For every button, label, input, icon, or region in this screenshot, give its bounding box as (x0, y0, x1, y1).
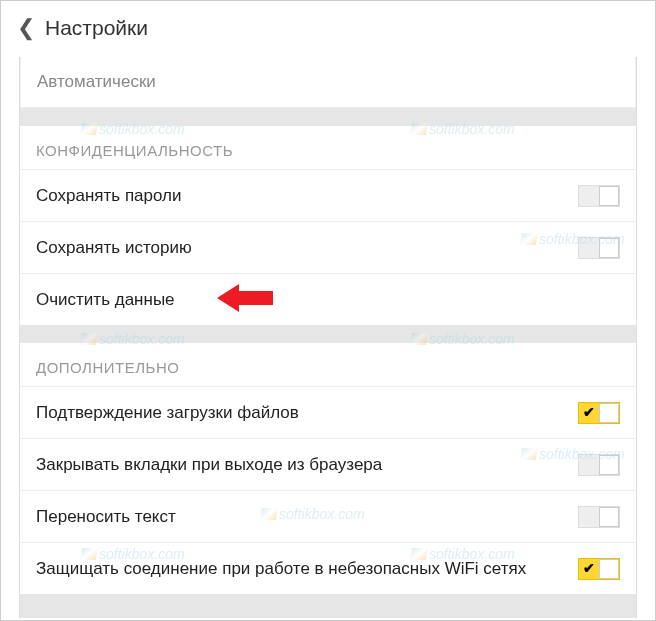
row-label: Очистить данные (36, 289, 620, 311)
section-privacy: КОНФИДЕНЦИАЛЬНОСТЬ Сохранять пароли Сохр… (20, 126, 636, 325)
toggle-handle (599, 559, 619, 579)
toggle-save-history[interactable] (578, 237, 620, 259)
toggle-handle (599, 186, 619, 206)
auto-label: Автоматически (37, 71, 619, 93)
row-label: Сохранять историю (36, 237, 578, 259)
row-label: Закрывать вкладки при выходе из браузера (36, 454, 578, 476)
settings-screen: ❮ Настройки Автоматически КОНФИДЕНЦИАЛЬН… (0, 0, 656, 621)
row-label: Подтверждение загрузки файлов (36, 402, 578, 424)
toggle-download-confirm[interactable] (578, 402, 620, 424)
toggle-handle (599, 238, 619, 258)
section-header-advanced: ДОПОЛНИТЕЛЬНО (20, 343, 636, 386)
row-clear-data[interactable]: Очистить данные (20, 273, 636, 325)
row-close-tabs[interactable]: Закрывать вкладки при выходе из браузера (20, 438, 636, 490)
content-area: Автоматически КОНФИДЕНЦИАЛЬНОСТЬ Сохраня… (1, 55, 655, 618)
toggle-close-tabs[interactable] (578, 454, 620, 476)
row-label: Сохранять пароли (36, 185, 578, 207)
section-header-privacy: КОНФИДЕНЦИАЛЬНОСТЬ (20, 126, 636, 169)
row-download-confirm[interactable]: Подтверждение загрузки файлов (20, 386, 636, 438)
page-title: Настройки (45, 16, 148, 40)
toggle-handle (599, 403, 619, 423)
row-wrap-text[interactable]: Переносить текст (20, 490, 636, 542)
auto-row[interactable]: Автоматически (20, 57, 636, 108)
row-save-passwords[interactable]: Сохранять пароли (20, 169, 636, 221)
section-advanced: ДОПОЛНИТЕЛЬНО Подтверждение загрузки фай… (20, 343, 636, 594)
scroll-container[interactable]: Автоматически КОНФИДЕНЦИАЛЬНОСТЬ Сохраня… (19, 57, 637, 618)
toggle-save-passwords[interactable] (578, 185, 620, 207)
row-label: Переносить текст (36, 506, 578, 528)
row-label: Защищать соединение при работе в небезоп… (36, 558, 578, 580)
toggle-handle (599, 455, 619, 475)
toggle-handle (599, 507, 619, 527)
back-icon[interactable]: ❮ (17, 15, 35, 41)
toggle-wrap-text[interactable] (578, 506, 620, 528)
toggle-wifi-protect[interactable] (578, 558, 620, 580)
row-wifi-protect[interactable]: Защищать соединение при работе в небезоп… (20, 542, 636, 594)
header-bar: ❮ Настройки (1, 1, 655, 55)
row-save-history[interactable]: Сохранять историю (20, 221, 636, 273)
